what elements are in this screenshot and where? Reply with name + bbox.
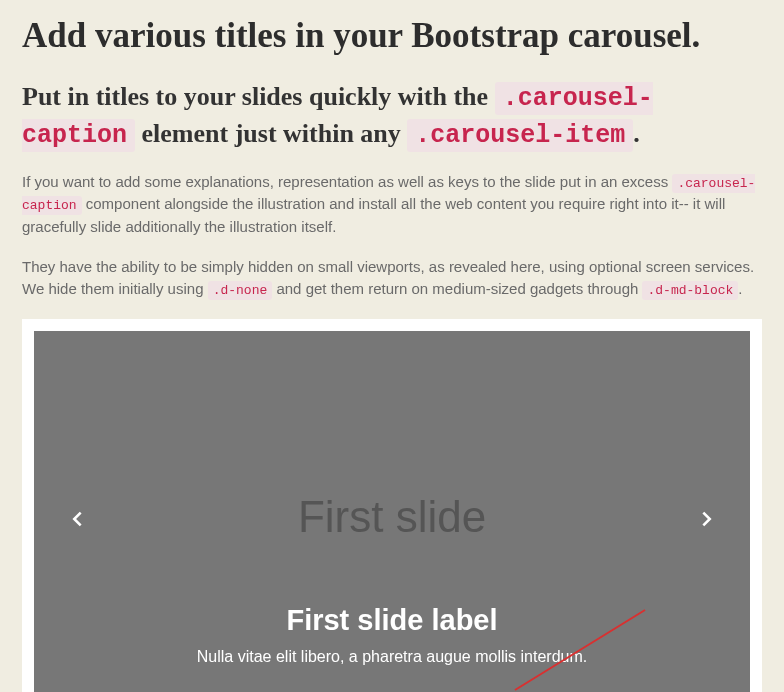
subtitle-text-1: Put in titles to your slides quickly wit… [22,82,495,111]
carousel-prev-button[interactable] [66,508,88,530]
caption-text: Nulla vitae elit libero, a pharetra augu… [34,645,750,668]
para1-text-1: If you want to add some explanations, re… [22,173,672,190]
code-d-none: .d-none [208,281,273,300]
slide-placeholder-text: First slide [298,491,486,541]
carousel-next-button[interactable] [696,508,718,530]
carousel-container: First slide First slide label Nulla vita… [22,319,762,692]
code-d-md-block: .d-md-block [642,281,738,300]
para2-text-3: . [738,280,742,297]
page-title: Add various titles in your Bootstrap car… [22,15,762,57]
para2-text-2: and get them return on medium-sized gadg… [272,280,642,297]
carousel: First slide First slide label Nulla vita… [34,331,750,692]
para1-text-2: component alongside the illustration and… [22,195,725,235]
page-subtitle: Put in titles to your slides quickly wit… [22,79,762,153]
paragraph-2: They have the ability to be simply hidde… [22,256,762,301]
caption-title: First slide label [34,604,750,637]
chevron-left-icon [66,508,88,530]
code-carousel-item: .carousel-item [407,119,633,152]
paragraph-1: If you want to add some explanations, re… [22,171,762,238]
chevron-right-icon [696,508,718,530]
carousel-caption: First slide label Nulla vitae elit liber… [34,604,750,668]
subtitle-text-3: . [633,119,640,148]
subtitle-text-2: element just within any [135,119,407,148]
